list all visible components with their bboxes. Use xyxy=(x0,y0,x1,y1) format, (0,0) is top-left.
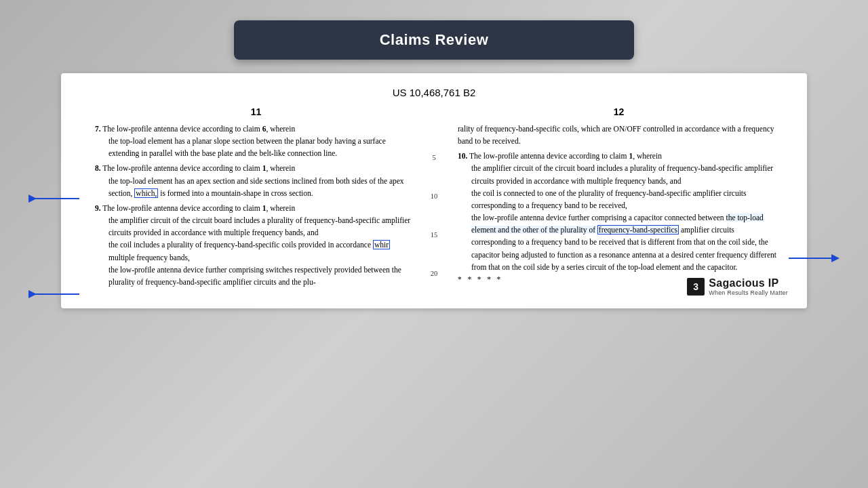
page-background: Claims Review US 10,468,761 B2 xyxy=(0,0,868,488)
logo-name: Sagacious IP xyxy=(709,277,788,289)
document-container: US 10,468,761 B2 xyxy=(61,73,807,308)
arrow-left-1 xyxy=(28,192,79,205)
left-column-text: 7. The low-profile antenna device accord… xyxy=(95,123,417,288)
arrow-right-1 xyxy=(789,252,840,264)
patent-number: US 10,468,761 B2 xyxy=(81,87,787,98)
sagacious-logo: 3 Sagacious IP When Results Really Matte… xyxy=(687,277,788,296)
arrow-left-2 xyxy=(28,288,79,300)
logo-text: Sagacious IP When Results Really Matter xyxy=(709,277,788,296)
page-title: Claims Review xyxy=(380,31,489,48)
highlight-frequency-band-specifics: frequency-band-specifics xyxy=(597,225,679,235)
col-right-number: 12 xyxy=(458,106,780,117)
logo-tagline: When Results Really Matter xyxy=(709,289,788,296)
col-left-number: 11 xyxy=(95,106,417,117)
header-bar: Claims Review xyxy=(234,20,634,60)
highlight-whir: whir xyxy=(373,240,390,249)
logo-icon: 3 xyxy=(693,281,698,292)
line-numbers: 5 10 15 20 xyxy=(424,106,444,288)
right-column-text: rality of frequency-band-specific coils,… xyxy=(458,123,780,285)
highlight-which: which, xyxy=(134,188,158,198)
